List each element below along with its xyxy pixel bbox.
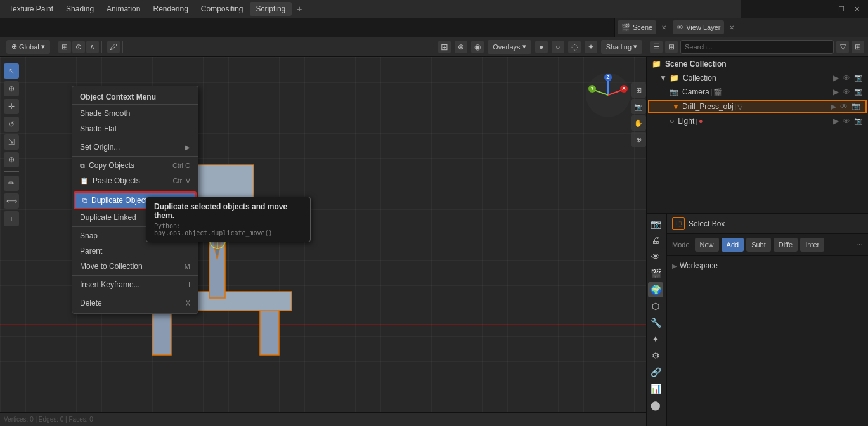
collection-expand-right[interactable]: ▶ <box>833 74 839 82</box>
cursor-tool[interactable]: ⊕ <box>4 81 19 96</box>
outliner-search-input[interactable] <box>680 40 834 54</box>
nav-grid-icon[interactable]: ⊞ <box>631 82 646 98</box>
drill-expand-right[interactable]: ▶ <box>831 102 836 111</box>
mode-new-btn[interactable]: New <box>695 238 719 252</box>
view-layer-selector[interactable]: 👁 View Layer <box>673 20 724 34</box>
viewport-nav-icons: ⊞ 📷 ✋ ⊕ <box>631 82 646 147</box>
cm-sep-3 <box>72 190 198 190</box>
menubar-add-tab[interactable]: + <box>292 1 307 16</box>
viewport-options-icon[interactable]: ⊞ <box>438 41 451 53</box>
camera-visible-icon[interactable]: 👁 <box>843 87 850 96</box>
outliner-filter-icon[interactable]: ▽ <box>836 41 849 53</box>
collection-visible-icon[interactable]: 👁 <box>843 74 850 82</box>
props-data-icon[interactable]: 📊 <box>648 381 663 396</box>
light-outliner-item[interactable]: ○ Light | ● ▶ 👁 📷 <box>647 114 868 128</box>
annotate-tool[interactable]: ✏ <box>4 176 19 191</box>
props-render-icon[interactable]: 📷 <box>648 216 663 231</box>
light-expand-right[interactable]: ▶ <box>833 117 839 126</box>
drill-render-icon[interactable]: 📷 <box>852 102 860 111</box>
nav-zoom-icon[interactable]: ⊕ <box>631 132 646 147</box>
move-tool[interactable]: ✛ <box>4 99 19 114</box>
props-view-layer-icon[interactable]: 👁 <box>648 249 663 264</box>
cm-move-collection[interactable]: Move to Collection M <box>72 259 198 274</box>
props-output-icon[interactable]: 🖨 <box>648 233 663 248</box>
transform-tool[interactable]: ⊕ <box>4 152 19 167</box>
minimize-button[interactable]: — <box>820 3 832 15</box>
props-material-icon[interactable]: ⬤ <box>648 397 663 413</box>
cm-paste-objects[interactable]: 📋 Paste Objects Ctrl V <box>72 173 198 188</box>
viewport-mode-xray[interactable]: ✦ <box>585 41 597 53</box>
rotate-tool[interactable]: ↺ <box>4 117 19 132</box>
snap-icon[interactable]: ⊞ <box>58 41 71 53</box>
props-scene-icon[interactable]: 🎬 <box>648 266 663 281</box>
mode-add-btn[interactable]: Add <box>722 238 744 252</box>
gizmo-icon[interactable]: ⊕ <box>455 41 467 53</box>
light-render-icon[interactable]: 📷 <box>854 117 863 126</box>
mode-inter-btn[interactable]: Inter <box>800 238 824 252</box>
svg-text:X: X <box>622 86 626 91</box>
scale-tool[interactable]: ⇲ <box>4 134 19 150</box>
cm-shade-flat[interactable]: Shade Flat <box>72 121 198 136</box>
cm-shade-smooth[interactable]: Shade Smooth <box>72 106 198 121</box>
viewport-mode-rendered[interactable]: ◌ <box>568 41 581 53</box>
cm-insert-keyframe[interactable]: Insert Keyframe... I <box>72 277 198 292</box>
props-modifier-icon[interactable]: 🔧 <box>648 315 663 330</box>
scene-selector[interactable]: 🎬 Scene <box>618 20 656 34</box>
menubar-scripting[interactable]: Scripting <box>250 2 292 16</box>
overlays-btn[interactable]: Overlays ▾ <box>488 40 531 54</box>
mode-subt-btn[interactable]: Subt <box>746 238 771 252</box>
measure-tool[interactable]: ⟺ <box>4 193 19 209</box>
light-dot-icon: ● <box>699 117 703 125</box>
view-layer-close-btn[interactable]: ✕ <box>727 22 737 32</box>
workspace-row[interactable]: ▶ Workspace <box>672 260 863 271</box>
select-tool[interactable]: ↖ <box>4 63 19 79</box>
annotation-icon[interactable]: 🖊 <box>107 41 120 53</box>
props-world-icon[interactable]: 🌍 <box>648 282 663 297</box>
props-constraints-icon[interactable]: 🔗 <box>648 365 663 380</box>
outliner-view-icon[interactable]: ⊞ <box>665 41 678 53</box>
camera-expand-right[interactable]: ▶ <box>833 87 839 96</box>
menubar-rendering[interactable]: Rendering <box>146 2 194 16</box>
camera-render-icon[interactable]: 📷 <box>854 87 863 96</box>
viewport-mode-solid[interactable]: ● <box>535 41 548 53</box>
proportional-icon[interactable]: ⊙ <box>72 41 85 53</box>
props-object-icon[interactable]: ⬡ <box>648 299 663 314</box>
nav-camera-icon[interactable]: 📷 <box>631 99 646 114</box>
maximize-button[interactable]: ☐ <box>835 3 848 15</box>
outliner-more-icon[interactable]: ⊞ <box>852 41 864 53</box>
viewport-mode-material[interactable]: ○ <box>552 41 564 53</box>
camera-outliner-item[interactable]: 📷 Camera | 🎬 ▶ 👁 📷 <box>647 85 868 99</box>
nav-hand-icon[interactable]: ✋ <box>631 115 646 131</box>
cm-parent[interactable]: Parent <box>72 243 198 259</box>
select-box-header: ⬚ Select Box <box>667 214 868 234</box>
props-particle-icon[interactable]: ✦ <box>648 332 663 347</box>
add-tool[interactable]: ＋ <box>4 211 19 226</box>
outliner-mode-icon[interactable]: ☰ <box>650 41 663 53</box>
workspace-arrow-icon: ▶ <box>672 262 677 269</box>
collection-expand-icon: ▼ <box>659 74 667 82</box>
shade-smooth-label: Shade Smooth <box>80 109 130 118</box>
cm-set-origin[interactable]: Set Origin... ▶ <box>72 139 198 155</box>
shading-btn[interactable]: Shading ▾ <box>601 40 642 54</box>
menubar-shading[interactable]: Shading <box>60 2 100 16</box>
proportional-falloff[interactable]: ∧ <box>86 41 99 53</box>
drill-visible-icon[interactable]: 👁 <box>840 102 848 111</box>
duplicate-icon: ⧉ <box>82 197 87 205</box>
scene-close-btn[interactable]: ✕ <box>659 22 669 32</box>
mode-diffe-btn[interactable]: Diffe <box>774 238 798 252</box>
props-physics-icon[interactable]: ⚙ <box>648 348 663 363</box>
light-visible-icon[interactable]: 👁 <box>843 117 850 126</box>
collection-item[interactable]: ▼ 📁 Collection ▶ 👁 📷 <box>647 71 868 85</box>
mode-label: Mode <box>672 241 690 248</box>
menubar-compositing[interactable]: Compositing <box>195 2 250 16</box>
menubar-texture-paint[interactable]: Texture Paint <box>3 2 60 16</box>
menubar-animation[interactable]: Animation <box>100 2 146 16</box>
overlays-icon[interactable]: ◉ <box>471 41 484 53</box>
transform-orientation-btn[interactable]: ⊕ Global ▾ <box>6 40 50 54</box>
gizmo-widget[interactable]: Z X Y <box>583 70 633 120</box>
collection-camera-icon[interactable]: 📷 <box>854 74 863 82</box>
drill-press-outliner-item[interactable]: ▼ Drill_Press_obj | ▽ ▶ 👁 📷 <box>648 100 867 113</box>
close-button[interactable]: ✕ <box>850 3 863 15</box>
cm-copy-objects[interactable]: ⧉ Copy Objects Ctrl C <box>72 158 198 173</box>
cm-delete[interactable]: Delete X <box>72 295 198 311</box>
